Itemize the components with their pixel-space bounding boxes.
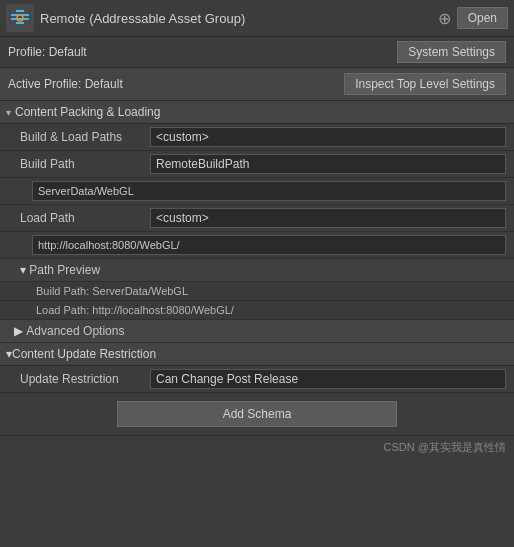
load-path-preview-text: Load Path: http://localhost:8080/WebGL/ (36, 304, 234, 316)
load-path-sub-text: http://localhost:8080/WebGL/ (38, 239, 180, 251)
watermark-text: CSDN @其实我是真性情 (384, 441, 506, 453)
build-path-value-text: RemoteBuildPath (156, 157, 249, 171)
pin-icon[interactable]: ⊕ (438, 9, 451, 28)
load-path-label: Load Path (20, 211, 150, 225)
advanced-expand-icon: ▶ (14, 324, 23, 338)
build-path-label: Build Path (20, 157, 150, 171)
open-button[interactable]: Open (457, 7, 508, 29)
content-packing-collapse-icon: ▾ (6, 107, 11, 118)
update-restriction-row: Update Restriction Can Change Post Relea… (0, 366, 514, 393)
svg-rect-3 (16, 10, 24, 12)
top-bar: Remote (Addressable Asset Group) ⊕ Open (0, 0, 514, 37)
logo-icon (6, 4, 34, 32)
load-path-value[interactable]: <custom> (150, 208, 506, 228)
active-profile-bar: Active Profile: Default Inspect Top Leve… (0, 68, 514, 101)
build-load-paths-row: Build & Load Paths <custom> (0, 124, 514, 151)
system-settings-button[interactable]: System Settings (397, 41, 506, 63)
watermark: CSDN @其实我是真性情 (0, 436, 514, 459)
build-load-paths-label: Build & Load Paths (20, 130, 150, 144)
content-update-title: Content Update Restriction (12, 347, 156, 361)
load-path-sub-value: http://localhost:8080/WebGL/ (32, 235, 506, 255)
load-path-sub-row: http://localhost:8080/WebGL/ (0, 232, 514, 259)
window-title: Remote (Addressable Asset Group) (40, 11, 432, 26)
profile-label: Profile: Default (8, 45, 87, 59)
active-profile-text: Active Profile: Default (8, 77, 123, 91)
content-packing-title: Content Packing & Loading (15, 105, 160, 119)
build-load-paths-value-text: <custom> (156, 130, 209, 144)
build-path-value[interactable]: RemoteBuildPath (150, 154, 506, 174)
build-path-row: Build Path RemoteBuildPath (0, 151, 514, 178)
load-path-row: Load Path <custom> (0, 205, 514, 232)
svg-rect-2 (11, 18, 29, 20)
path-preview-collapse-icon: ▾ (20, 263, 26, 277)
content-update-section-header[interactable]: ▾ Content Update Restriction (0, 343, 514, 366)
update-restriction-value[interactable]: Can Change Post Release (150, 369, 506, 389)
advanced-options-header[interactable]: ▶ Advanced Options (0, 320, 514, 343)
add-schema-button[interactable]: Add Schema (117, 401, 397, 427)
build-path-sub-value: ServerData/WebGL (32, 181, 506, 201)
load-path-preview-item: Load Path: http://localhost:8080/WebGL/ (0, 301, 514, 320)
content-packing-section-header[interactable]: ▾ Content Packing & Loading (0, 101, 514, 124)
path-preview-header[interactable]: ▾ Path Preview (0, 259, 514, 282)
build-path-preview-text: Build Path: ServerData/WebGL (36, 285, 188, 297)
update-restriction-value-text: Can Change Post Release (156, 372, 298, 386)
svg-rect-4 (16, 22, 24, 24)
inspect-top-level-button[interactable]: Inspect Top Level Settings (344, 73, 506, 95)
load-path-value-text: <custom> (156, 211, 209, 225)
update-restriction-label: Update Restriction (20, 372, 150, 386)
build-path-sub-text: ServerData/WebGL (38, 185, 134, 197)
add-schema-row: Add Schema (0, 393, 514, 436)
path-preview-label: Path Preview (29, 263, 100, 277)
profile-bar: Profile: Default System Settings (0, 37, 514, 68)
advanced-options-label: Advanced Options (26, 324, 124, 338)
build-path-sub-row: ServerData/WebGL (0, 178, 514, 205)
build-path-preview-item: Build Path: ServerData/WebGL (0, 282, 514, 301)
build-load-paths-value[interactable]: <custom> (150, 127, 506, 147)
